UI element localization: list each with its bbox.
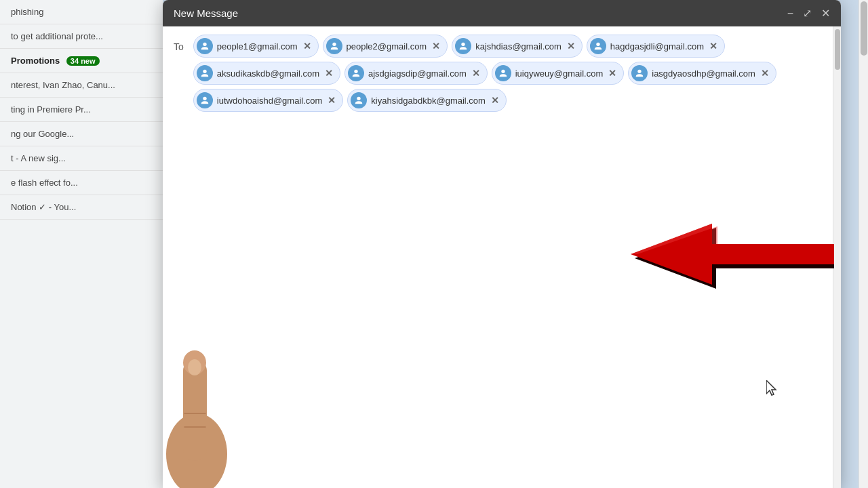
chip-remove-button[interactable]: ✕: [471, 68, 481, 78]
recipient-chip[interactable]: hagdgasjdli@gmail.com ✕: [587, 35, 725, 58]
compose-controls: − ⤢ ✕: [787, 7, 830, 20]
to-field-section[interactable]: To people1@gmail.com ✕ people2@gmail.com…: [163, 26, 833, 488]
close-button[interactable]: ✕: [821, 7, 830, 20]
recipient-email: people2@gmail.com: [347, 41, 427, 52]
recipient-chip[interactable]: people1@gmail.com ✕: [193, 35, 319, 58]
recipient-chip[interactable]: iasgdyaosdhp@gmail.com ✕: [628, 62, 776, 85]
recipient-email: aksudikaskdb@gmail.com: [217, 68, 319, 79]
recipient-chip[interactable]: kiyahsidgabdkbk@gmail.com ✕: [347, 89, 507, 112]
svg-point-3: [596, 43, 599, 46]
right-scrollbar-thumb: [861, 1, 867, 56]
compose-scrollbar[interactable]: [833, 26, 841, 488]
svg-point-1: [332, 43, 336, 46]
bg-item-google: ng our Google...: [0, 122, 163, 146]
svg-point-0: [203, 43, 206, 46]
recipient-avatar: [631, 65, 648, 81]
recipient-email: iuiqyweuy@gmail.com: [515, 68, 604, 79]
chip-remove-button[interactable]: ✕: [566, 41, 576, 51]
chip-remove-button[interactable]: ✕: [760, 68, 770, 78]
svg-point-7: [638, 70, 642, 73]
bg-item-protection: to get additional prote...: [0, 24, 163, 49]
recipient-avatar: [197, 38, 213, 54]
recipient-chip[interactable]: aksudikaskdb@gmail.com ✕: [193, 62, 340, 85]
bg-item-flash: e flash effect fo...: [0, 171, 163, 195]
recipient-chip[interactable]: people2@gmail.com ✕: [323, 35, 448, 58]
svg-point-6: [501, 70, 505, 73]
bg-item-phishing: phishing: [0, 0, 163, 24]
to-label: To: [174, 37, 186, 56]
bg-item-promotions: Promotions 34 new: [0, 49, 163, 73]
bg-item-notion: Notion ✓ - You...: [0, 195, 163, 220]
compose-window: New Message − ⤢ ✕ To people1@gmail.com ✕: [163, 0, 841, 488]
recipient-email: people1@gmail.com: [217, 41, 298, 52]
recipient-avatar: [197, 65, 213, 81]
recipient-avatar: [197, 92, 213, 108]
svg-point-4: [203, 70, 206, 73]
bg-item-sig: t - A new sig...: [0, 146, 163, 171]
recipient-avatar: [495, 65, 511, 81]
promotions-badge: 34 new: [66, 56, 100, 66]
right-scrollbar[interactable]: [859, 0, 868, 488]
recipient-avatar: [351, 92, 367, 108]
chip-remove-button[interactable]: ✕: [607, 68, 618, 78]
recipient-chip[interactable]: kajshdias@gmail.com ✕: [452, 35, 583, 58]
compose-title: New Message: [174, 7, 238, 19]
minimize-button[interactable]: −: [787, 7, 793, 20]
compose-header: New Message − ⤢ ✕: [163, 0, 841, 26]
svg-point-2: [462, 43, 465, 46]
recipient-chip[interactable]: iutwdohoaishd@gmail.com ✕: [193, 89, 344, 112]
bg-item-premiere: ting in Premiere Pr...: [0, 98, 163, 122]
recipient-avatar: [348, 65, 364, 81]
recipient-email: kiyahsidgabdkbk@gmail.com: [371, 96, 486, 106]
svg-point-8: [203, 97, 206, 100]
recipient-email: ajsdgiagsdip@gmail.com: [368, 68, 467, 79]
recipient-chip[interactable]: ajsdgiagsdip@gmail.com ✕: [344, 62, 488, 85]
recipient-email: hagdgasjdli@gmail.com: [610, 41, 704, 52]
recipient-avatar: [326, 38, 342, 54]
svg-point-9: [357, 97, 361, 100]
recipient-avatar: [590, 38, 606, 54]
expand-button[interactable]: ⤢: [803, 7, 812, 20]
chip-remove-button[interactable]: ✕: [431, 41, 441, 51]
recipient-chip[interactable]: iuiqyweuy@gmail.com ✕: [492, 62, 625, 85]
recipient-email: iasgdyaosdhp@gmail.com: [652, 68, 755, 79]
gmail-background: phishing to get additional prote... Prom…: [0, 0, 163, 488]
recipient-email: iutwdohoaishd@gmail.com: [217, 96, 323, 106]
bg-item-interest: nterest, Ivan Zhao, Canu...: [0, 73, 163, 98]
chip-remove-button[interactable]: ✕: [708, 41, 719, 51]
recipient-email: kajshdias@gmail.com: [475, 41, 561, 52]
chip-remove-button[interactable]: ✕: [326, 96, 337, 105]
chip-remove-button[interactable]: ✕: [323, 68, 334, 78]
recipient-avatar: [455, 38, 471, 54]
compose-body: To people1@gmail.com ✕ people2@gmail.com…: [163, 26, 841, 488]
scrollbar-thumb: [835, 29, 840, 70]
chip-remove-button[interactable]: ✕: [490, 96, 500, 105]
chip-remove-button[interactable]: ✕: [302, 41, 313, 51]
svg-point-5: [354, 70, 357, 73]
